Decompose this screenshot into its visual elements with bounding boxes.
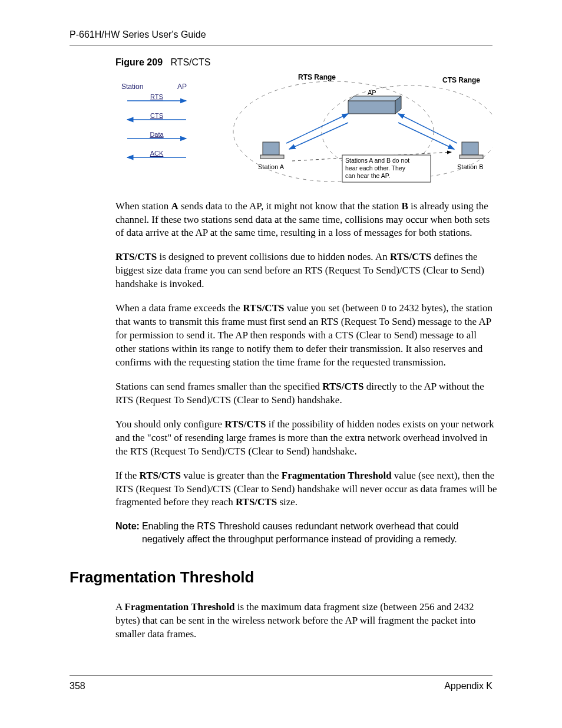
section-heading-fragmentation: Fragmentation Threshold (70, 567, 498, 588)
label-rts-range: RTS Range (298, 73, 336, 81)
label-rts: RTS (150, 93, 163, 100)
label-station-a: Station A (258, 163, 285, 170)
page-content: Figure 209 RTS/CTS Station AP RTS CTS Da… (70, 56, 498, 652)
page-footer: 358 Appendix K (70, 676, 492, 693)
note-label: Note: (115, 520, 140, 545)
label-cts: CTS (150, 112, 163, 119)
svg-rect-6 (459, 155, 483, 159)
paragraph-1: When station A sends data to the AP, it … (115, 200, 498, 241)
hidden-note-l3: can hear the AP. (345, 172, 390, 179)
svg-rect-3 (263, 142, 279, 155)
label-cts-range: CTS Range (442, 76, 480, 84)
footer-section: Appendix K (444, 680, 492, 693)
paragraph-5: You should only configure RTS/CTS if the… (115, 418, 498, 459)
svg-rect-4 (260, 155, 284, 159)
note-block: Note: Enabling the RTS Threshold causes … (115, 520, 498, 545)
station-a-icon (260, 142, 284, 159)
diagram-svg: Station AP RTS CTS Data ACK RTS Range CT… (115, 73, 492, 190)
arrow-ap-to-b (398, 123, 454, 149)
station-b-icon (459, 142, 483, 159)
paragraph-3: When a data frame exceeds the RTS/CTS va… (115, 302, 498, 370)
arrow-a-to-ap (286, 114, 348, 143)
paragraph-2: RTS/CTS is designed to prevent collision… (115, 251, 498, 291)
label-ap: AP (177, 83, 187, 91)
hidden-note-l2: hear each other. They (345, 164, 406, 172)
arrow-b-to-ap (398, 114, 457, 143)
figure-number: Figure 209 (115, 57, 163, 67)
ap-device-icon (348, 96, 401, 114)
svg-rect-5 (462, 142, 478, 155)
note-text: Enabling the RTS Threshold causes redund… (142, 520, 498, 545)
label-ap-center: AP (368, 89, 376, 96)
body-text: When station A sends data to the AP, it … (115, 200, 498, 510)
page-header: P-661H/HW Series User's Guide (70, 28, 492, 45)
paragraph-4: Stations can send frames smaller than th… (115, 380, 498, 407)
page-number: 358 (70, 680, 85, 693)
label-station: Station (121, 83, 143, 91)
figure-title: RTS/CTS (170, 57, 210, 67)
label-station-b: Station B (457, 163, 484, 170)
section2-paragraph: A Fragmentation Threshold is the maximum… (115, 601, 498, 641)
arrow-ap-to-a (289, 123, 348, 149)
figure-rts-cts: Station AP RTS CTS Data ACK RTS Range CT… (115, 73, 492, 190)
paragraph-6: If the RTS/CTS value is greater than the… (115, 469, 498, 510)
header-title: P-661H/HW Series User's Guide (70, 29, 206, 39)
svg-rect-0 (348, 101, 395, 114)
figure-caption: Figure 209 RTS/CTS (115, 56, 498, 69)
section2-body: A Fragmentation Threshold is the maximum… (115, 601, 498, 641)
label-ack: ACK (150, 150, 164, 157)
hidden-note-l1: Stations A and B do not (345, 157, 409, 164)
label-data: Data (150, 131, 164, 138)
svg-marker-1 (348, 96, 401, 101)
